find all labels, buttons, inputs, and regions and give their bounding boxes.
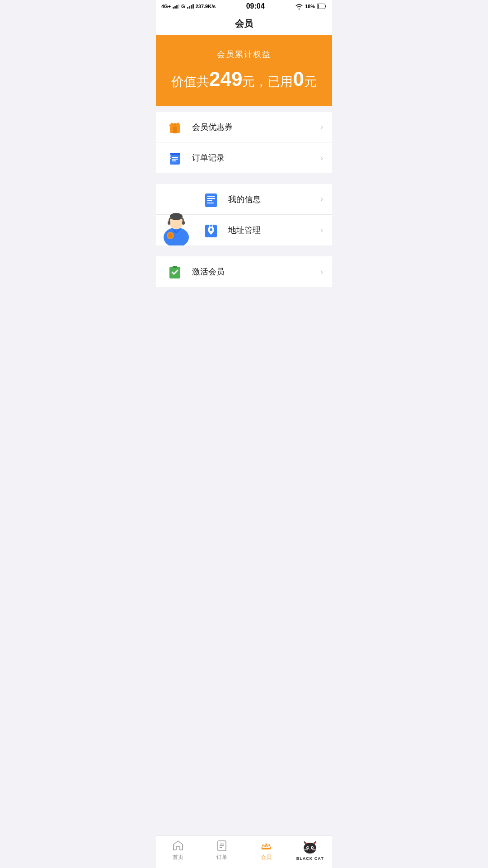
network-type: 4G+ <box>161 4 171 9</box>
activate-icon <box>165 262 185 282</box>
divider-3 <box>156 251 332 256</box>
svg-rect-26 <box>207 203 214 203</box>
orders-chevron: › <box>320 153 323 163</box>
coupon-icon <box>165 117 185 137</box>
section-coupons-orders: 会员优惠券 › 订单记录 › <box>156 112 332 173</box>
gift-svg <box>166 118 183 136</box>
status-left: 4G+ G 237.9K/s <box>161 4 216 9</box>
svg-rect-25 <box>207 200 212 201</box>
menu-item-info[interactable]: 我的信息 › <box>156 184 332 215</box>
divider-1 <box>156 106 332 112</box>
activate-chevron: › <box>320 267 323 277</box>
address-chevron: › <box>320 226 323 235</box>
wifi-icon <box>295 3 303 9</box>
order-icon <box>165 148 185 168</box>
page-title: 会员 <box>235 18 253 30</box>
svg-point-6 <box>174 123 176 125</box>
section-info-address: 我的信息 › 地址管理 › <box>156 184 332 245</box>
menu-item-coupon[interactable]: 会员优惠券 › <box>156 112 332 142</box>
banner-text3: 元 <box>304 75 317 89</box>
banner-text2: 元，已用 <box>242 75 293 89</box>
svg-rect-9 <box>172 157 178 158</box>
svg-rect-32 <box>173 266 177 268</box>
svg-rect-8 <box>170 153 180 155</box>
bottom-spacer <box>156 292 332 329</box>
svg-rect-11 <box>172 160 176 161</box>
battery-percent: 18% <box>305 4 315 9</box>
svg-point-28 <box>210 228 212 231</box>
svg-rect-13 <box>170 156 171 157</box>
membership-banner: 会员累计权益 价值共249元，已用0元 <box>156 35 332 106</box>
menu-item-orders[interactable]: 订单记录 › <box>156 142 332 173</box>
activate-svg <box>166 263 183 280</box>
divider-2 <box>156 179 332 184</box>
coupon-label: 会员优惠券 <box>192 122 320 132</box>
svg-rect-23 <box>207 196 215 197</box>
svg-rect-30 <box>212 225 213 227</box>
menu-item-address[interactable]: 地址管理 › <box>156 215 332 245</box>
network-speed: 237.9K/s <box>196 4 216 9</box>
status-right: 18% <box>295 3 327 9</box>
svg-rect-1 <box>325 5 327 8</box>
page-header: 会员 <box>156 13 332 35</box>
activate-label: 激活会员 <box>192 266 320 277</box>
svg-rect-12 <box>170 155 171 156</box>
menu-item-activate[interactable]: 激活会员 › <box>156 256 332 287</box>
banner-text1: 价值共 <box>171 75 209 89</box>
address-icon <box>201 220 221 240</box>
address-svg <box>203 222 219 238</box>
svg-rect-2 <box>318 5 319 9</box>
banner-used: 0 <box>293 68 304 90</box>
address-label: 地址管理 <box>228 225 320 236</box>
svg-rect-24 <box>207 198 215 199</box>
banner-total: 249 <box>209 68 242 90</box>
info-chevron: › <box>320 194 323 204</box>
banner-subtitle: 会员累计权益 <box>165 49 323 60</box>
order-svg <box>166 149 183 166</box>
battery-icon <box>317 4 327 9</box>
signal-bars-2 <box>187 4 194 9</box>
status-bar: 4G+ G 237.9K/s 09:04 18% <box>156 0 332 13</box>
orders-label: 订单记录 <box>192 152 320 163</box>
svg-rect-14 <box>170 158 171 159</box>
info-label: 我的信息 <box>228 194 320 205</box>
status-time: 09:04 <box>246 2 265 10</box>
coupon-chevron: › <box>320 122 323 132</box>
banner-value: 价值共249元，已用0元 <box>165 68 323 90</box>
svg-rect-10 <box>172 159 178 160</box>
svg-rect-29 <box>209 225 210 227</box>
info-icon <box>201 189 221 209</box>
carrier: G <box>181 4 185 9</box>
info-svg <box>203 191 219 208</box>
signal-bars-1 <box>173 4 179 9</box>
section-activate: 激活会员 › <box>156 256 332 287</box>
